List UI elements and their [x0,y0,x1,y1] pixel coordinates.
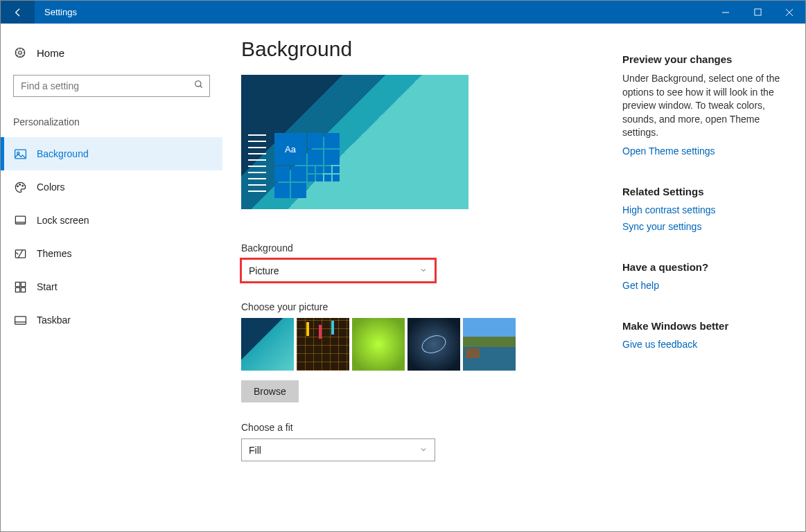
home-label: Home [37,47,64,59]
make-better-heading: Make Windows better [622,320,789,332]
nav-label: Lock screen [37,215,89,226]
svg-rect-11 [15,282,19,286]
sidebar-item-background[interactable]: Background [1,137,222,170]
main-content: Background Aa [222,24,805,531]
svg-point-2 [19,51,22,55]
themes-icon [13,247,27,260]
window-title: Settings [35,1,77,24]
section-header: Personalization [1,116,222,127]
sidebar-item-lockscreen[interactable]: Lock screen [1,204,222,237]
nav-label: Taskbar [37,314,71,326]
right-pane: Preview your changes Under Background, s… [602,37,805,531]
open-theme-settings-link[interactable]: Open Theme settings [622,145,789,157]
minimize-button[interactable] [710,1,742,24]
choose-picture-label: Choose your picture [241,301,602,312]
background-dropdown[interactable]: Picture [241,259,435,282]
svg-point-6 [17,186,18,187]
home-nav[interactable]: Home [1,39,222,66]
svg-rect-14 [21,287,25,292]
picture-thumb-1[interactable] [241,318,294,371]
titlebar-spacer [77,1,710,24]
title-bar: Settings [1,1,805,24]
picture-thumb-4[interactable] [408,318,460,371]
nav-label: Colors [37,181,64,193]
preview-tile-aa: Aa [274,133,306,165]
background-dropdown-label: Background [241,242,602,254]
picture-thumb-2[interactable] [297,318,349,371]
nav-label: Background [37,148,89,159]
svg-rect-13 [15,287,19,292]
svg-point-3 [195,81,201,87]
sidebar-item-themes[interactable]: Themes [1,237,222,270]
svg-rect-0 [754,9,760,15]
picture-thumb-3[interactable] [352,318,405,371]
lockscreen-icon [13,213,27,227]
background-dropdown-value: Picture [249,265,279,276]
sidebar-item-start[interactable]: Start [1,270,222,303]
svg-point-8 [21,185,23,186]
search-input[interactable] [13,75,210,97]
svg-rect-12 [21,282,25,286]
preview-start-menu: Aa [241,129,352,205]
search-field[interactable] [21,80,194,91]
high-contrast-link[interactable]: High contrast settings [622,204,789,215]
preview-changes-heading: Preview your changes [622,53,789,65]
fit-dropdown[interactable]: Fill [241,438,435,461]
browse-button[interactable]: Browse [241,380,299,402]
nav-label: Start [37,281,58,292]
search-icon [194,80,204,92]
preview-changes-text: Under Background, select one of the opti… [622,72,782,140]
sidebar-item-colors[interactable]: Colors [1,170,222,204]
start-icon [13,280,27,294]
palette-icon [13,180,27,194]
have-question-heading: Have a question? [622,261,789,273]
fit-dropdown-value: Fill [249,445,261,456]
svg-rect-15 [15,316,26,323]
sync-settings-link[interactable]: Sync your settings [622,221,789,232]
feedback-link[interactable]: Give us feedback [622,339,789,350]
picture-thumbnails [241,318,602,371]
close-button[interactable] [773,1,805,24]
back-button[interactable] [1,1,35,24]
nav-label: Themes [37,248,72,259]
chevron-down-icon [419,444,428,456]
sidebar: Home Personalization Background Colors [1,24,222,531]
sidebar-item-taskbar[interactable]: Taskbar [1,303,222,337]
background-preview: Aa [241,75,468,209]
svg-point-7 [19,184,20,185]
svg-rect-9 [15,216,25,224]
maximize-button[interactable] [742,1,773,24]
taskbar-icon [13,313,27,327]
get-help-link[interactable]: Get help [622,280,789,291]
picture-icon [13,147,27,161]
picture-thumb-5[interactable] [463,318,516,371]
chevron-down-icon [419,265,428,277]
choose-fit-label: Choose a fit [241,422,602,433]
home-icon [13,46,27,60]
related-settings-heading: Related Settings [622,186,789,197]
page-title: Background [241,37,602,61]
